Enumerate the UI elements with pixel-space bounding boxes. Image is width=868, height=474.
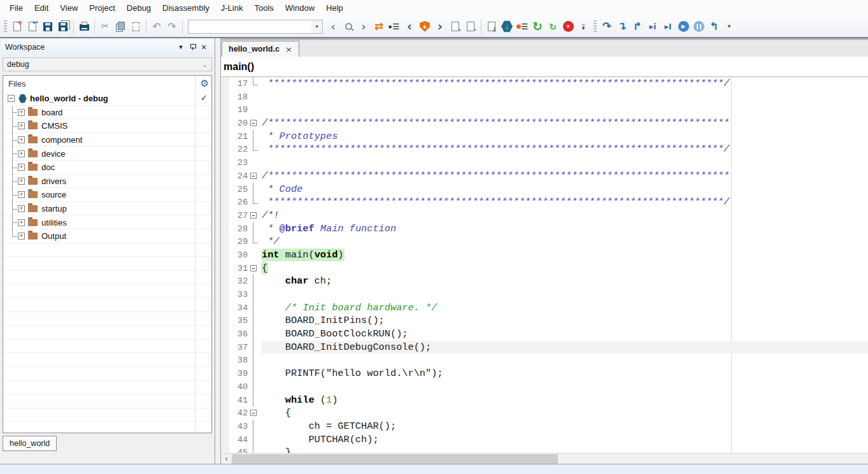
code-line-36[interactable]: 36 BOARD_BootClockRUN();: [221, 327, 868, 341]
tree-item-output[interactable]: +Output: [3, 229, 195, 243]
tree-item-project[interactable]: −hello_world - debug: [3, 92, 195, 106]
code-line-30[interactable]: 30int main(void): [221, 248, 868, 262]
fold-marker-start[interactable]: [250, 209, 262, 222]
copy-icon[interactable]: [113, 18, 128, 35]
toolbar-options-icon[interactable]: =▾: [576, 18, 591, 35]
restart-debugger-icon[interactable]: ↻: [530, 18, 545, 35]
workspace-close-icon[interactable]: ×: [198, 42, 210, 52]
expand-icon[interactable]: +: [18, 205, 25, 212]
code-line-40[interactable]: 40: [221, 380, 868, 394]
code-line-31[interactable]: 31{: [221, 262, 868, 275]
save-file-icon[interactable]: [40, 18, 55, 35]
quick-search-combo[interactable]: ▾: [188, 20, 323, 34]
code-line-37[interactable]: 37 BOARD_InitDebugConsole();: [221, 341, 868, 354]
toolbar-dropdown-icon[interactable]: ▾: [722, 18, 737, 35]
menu-edit[interactable]: Edit: [29, 1, 54, 15]
toolbar-grip-icon[interactable]: [4, 20, 7, 33]
go-icon[interactable]: ▶: [676, 18, 691, 35]
code-line-38[interactable]: 38: [221, 354, 868, 367]
scrollbar-thumb[interactable]: [232, 454, 558, 464]
fold-marker-start[interactable]: [250, 406, 262, 420]
code-line-34[interactable]: 34 /* Init board hardware. */: [221, 301, 868, 315]
previous-bookmark-icon[interactable]: ‹: [448, 18, 463, 35]
expand-icon[interactable]: +: [18, 219, 25, 226]
menu-disassembly[interactable]: Disassembly: [157, 1, 215, 15]
code-line-42[interactable]: 42 {: [221, 406, 868, 420]
make-icon[interactable]: ↓: [484, 18, 499, 35]
code-line-43[interactable]: 43 ch = GETCHAR();: [221, 420, 868, 433]
expand-icon[interactable]: +: [18, 150, 25, 157]
tree-item-source[interactable]: +source: [3, 188, 195, 202]
code-line-41[interactable]: 41 while (1): [221, 394, 868, 407]
tree-item-utilities[interactable]: +utilities: [3, 215, 195, 229]
code-line-25[interactable]: 25 * Code: [221, 183, 868, 196]
menu-view[interactable]: View: [54, 1, 83, 15]
break-icon[interactable]: [691, 18, 706, 35]
toggle-bookmark-icon[interactable]: +: [417, 18, 432, 35]
code-line-45[interactable]: 45 }: [221, 446, 868, 453]
fold-marker-start[interactable]: [250, 117, 262, 130]
menu-help[interactable]: Help: [320, 1, 349, 15]
debug-without-downloading-icon[interactable]: ●☰: [515, 18, 530, 35]
code-line-19[interactable]: 19: [221, 103, 868, 117]
files-column-header[interactable]: Files: [3, 76, 195, 92]
tree-item-cmsis[interactable]: +CMSIS: [3, 119, 195, 133]
expand-icon[interactable]: +: [18, 109, 25, 116]
code-line-24[interactable]: 24/*************************************…: [221, 169, 868, 183]
code-line-22[interactable]: 22 *************************************…: [221, 143, 868, 156]
stop-debugging-icon[interactable]: ✕: [560, 18, 576, 35]
next-bookmark-icon[interactable]: ›: [463, 18, 478, 35]
code-line-44[interactable]: 44 PUTCHAR(ch);: [221, 433, 868, 447]
cut-icon[interactable]: ✂: [97, 18, 113, 35]
expand-icon[interactable]: +: [18, 191, 25, 198]
download-and-debug-icon[interactable]: ↓: [499, 18, 515, 35]
code-line-26[interactable]: 26 *************************************…: [221, 196, 868, 209]
workspace-dropdown-icon[interactable]: ▼: [175, 44, 187, 50]
code-line-18[interactable]: 18: [221, 90, 868, 104]
quick-search-dropdown-icon[interactable]: ▾: [311, 20, 322, 33]
tree-item-doc[interactable]: +doc: [3, 161, 195, 175]
code-line-33[interactable]: 33: [221, 288, 868, 301]
expand-icon[interactable]: +: [18, 136, 25, 143]
browse-forward-icon[interactable]: ›: [356, 18, 371, 35]
fold-marker-start[interactable]: [250, 262, 262, 275]
code-line-17[interactable]: 17 *************************************…: [221, 77, 868, 90]
workspace-bottom-tab[interactable]: hello_world: [3, 436, 57, 451]
save-all-icon[interactable]: [55, 18, 71, 35]
code-line-21[interactable]: 21 * Prototypes: [221, 130, 868, 143]
menu-file[interactable]: File: [4, 1, 29, 15]
open-file-icon[interactable]: ↩: [25, 18, 40, 35]
expand-icon[interactable]: +: [18, 233, 25, 240]
go-to-function-icon[interactable]: ▸☰: [387, 18, 402, 35]
quick-search-input[interactable]: [189, 20, 311, 33]
horizontal-scrollbar[interactable]: ‹: [221, 453, 868, 464]
tab-close-icon[interactable]: ×: [285, 45, 292, 54]
code-line-32[interactable]: 32 char ch;: [221, 275, 868, 288]
print-icon[interactable]: [76, 18, 92, 35]
tree-item-startup[interactable]: +startup: [3, 202, 195, 216]
code-line-39[interactable]: 39 PRINTF("hello world.\r\n");: [221, 367, 868, 380]
step-over-icon[interactable]: ↷: [599, 18, 615, 35]
gear-icon[interactable]: ⚙: [201, 78, 209, 89]
workspace-pin-icon[interactable]: [187, 41, 198, 53]
refresh-debugger-icon[interactable]: ↻: [545, 18, 560, 35]
menu-debug[interactable]: Debug: [121, 1, 157, 15]
code-line-23[interactable]: 23: [221, 156, 868, 169]
browse-back-icon[interactable]: ‹: [325, 18, 341, 35]
undo-icon[interactable]: ↶: [149, 18, 164, 35]
step-out-icon[interactable]: ↱: [630, 18, 645, 35]
tree-item-component[interactable]: +component: [3, 133, 195, 147]
menu-j-link[interactable]: J-Link: [215, 1, 249, 15]
paste-icon[interactable]: [128, 18, 143, 35]
menu-window[interactable]: Window: [280, 1, 320, 15]
editor-tab[interactable]: hello_world.c ×: [222, 41, 299, 57]
code-line-35[interactable]: 35 BOARD_InitPins();: [221, 314, 868, 327]
find-previous-icon[interactable]: ‹: [402, 18, 417, 35]
toggle-source-disassembly-icon[interactable]: ⇄: [371, 18, 387, 35]
code-area[interactable]: 17 *************************************…: [221, 77, 868, 453]
new-file-icon[interactable]: +: [10, 18, 25, 35]
fold-marker-start[interactable]: [250, 169, 262, 183]
code-line-28[interactable]: 28 * @brief Main function: [221, 222, 868, 236]
expand-icon[interactable]: +: [18, 178, 25, 185]
menu-project[interactable]: Project: [83, 1, 120, 15]
